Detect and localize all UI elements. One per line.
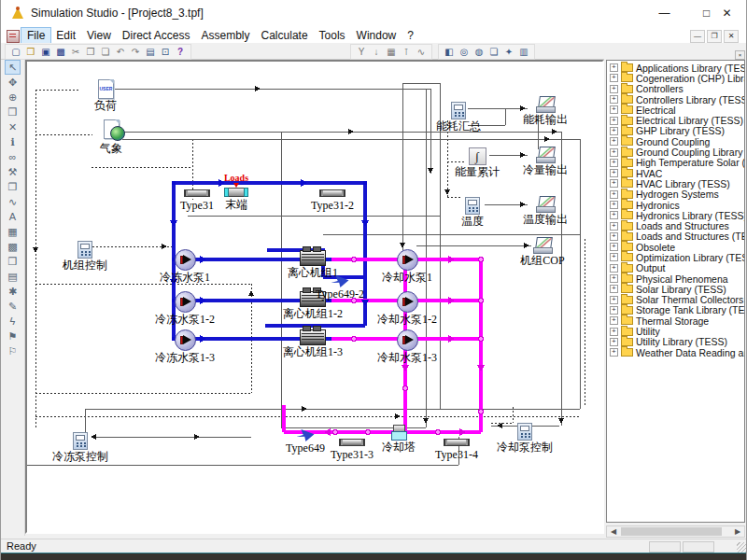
title-bar[interactable]: Simulation Studio - [Project8_3.tpf] — □… [1,0,747,29]
paste-icon[interactable]: ❏ [98,46,113,59]
library-item[interactable]: Obsolete [607,242,744,252]
expand-icon[interactable] [610,63,618,72]
menu-calculate[interactable]: Calculate [256,28,314,43]
wave-tool-icon[interactable]: ∿ [5,194,21,209]
settings-tool-icon[interactable]: ✱ [5,284,21,299]
expand-icon[interactable] [610,285,618,293]
print-icon[interactable]: ▤ [143,46,158,59]
component-temp-out[interactable]: 温度输出 [503,196,587,226]
menu-edit[interactable]: Edit [50,28,81,43]
library-item[interactable]: Weather Data Reading and Process [607,347,744,357]
panel-close-icon[interactable]: × [735,50,745,60]
save-project-icon[interactable]: ▩ [53,46,68,59]
cut-icon[interactable]: ✂ [68,46,83,59]
scrollbar-thumb[interactable] [621,527,722,536]
expand-icon[interactable] [610,338,618,346]
pan-tool-icon[interactable]: ✥ [5,75,21,90]
scroll-left-icon[interactable]: ◀ [607,526,620,537]
expand-icon[interactable] [610,316,618,325]
library-item[interactable]: Output [607,263,744,273]
menu-view[interactable]: View [81,28,117,43]
help-icon[interactable]: ? [173,46,188,59]
component-temperature[interactable]: 温度 [430,197,514,228]
expand-icon[interactable] [610,243,618,251]
refresh-icon[interactable]: ✦ [501,46,516,59]
component-cop[interactable]: 机组COP [500,237,585,267]
expand-icon[interactable] [610,222,618,231]
expand-icon[interactable] [610,306,618,315]
library-item[interactable]: Electrical [607,105,744,115]
expand-icon[interactable] [610,159,618,167]
parameter-table-icon[interactable]: ▦ [384,46,399,59]
show-control-icon[interactable]: ◎ [457,46,472,59]
component-cooling-out[interactable]: 冷量输出 [503,147,587,176]
library-item[interactable]: Hydrogen Systems [607,189,744,200]
expand-icon[interactable] [610,348,618,357]
open-icon[interactable]: ❒ [23,46,38,59]
grid-snap-tool-icon[interactable]: ▩ [5,239,21,254]
expand-icon[interactable] [610,201,618,209]
library-item[interactable]: Controllers [607,84,744,94]
library-item[interactable]: Ground Coupling Library (TESS) [607,147,744,157]
component-chw-pump2[interactable]: 冷冻水泵1-2 [143,291,227,326]
delete-tool-icon[interactable]: ✕ [5,119,21,134]
library-item[interactable]: Hydronics Library (TESS) [607,210,744,220]
expand-icon[interactable] [610,253,618,261]
library-item[interactable]: Physical Phenomena [607,273,744,284]
library-item[interactable]: Solar Library (TESS) [607,284,744,294]
calculator-icon[interactable] [517,423,532,441]
mdi-minimize-button[interactable]: — [690,30,705,43]
library-item[interactable]: Ground Coupling [607,136,744,147]
component-cw-pump2[interactable]: 冷却水泵1-2 [365,291,449,326]
cooling-tower-icon[interactable] [391,425,407,441]
terminal-unit-icon[interactable]: Loads [225,188,247,197]
write-input-icon[interactable]: ↓ [369,46,384,59]
plotter-icon[interactable] [535,147,556,163]
run-tool-icon[interactable]: ϟ [5,314,21,329]
expand-icon[interactable] [610,264,618,273]
copy-icon[interactable]: ❐ [83,46,98,59]
component-chiller3[interactable]: 离心机组1-3 [271,326,355,358]
pen-tool-icon[interactable]: ✎ [5,299,21,314]
expand-icon[interactable] [610,169,618,177]
library-item[interactable]: Hydronics [607,200,744,210]
expand-icon[interactable] [610,95,618,104]
expand-icon[interactable] [610,296,618,304]
pump-icon[interactable] [175,249,196,271]
pump-icon[interactable] [397,249,418,271]
diverter-icon[interactable] [331,275,349,287]
options-icon[interactable]: ▥ [516,46,531,59]
expand-icon[interactable] [610,211,618,219]
show-proforma-icon[interactable]: ◧ [442,46,457,59]
text-tool-icon[interactable]: A [5,209,21,224]
plotter-icon[interactable] [532,237,553,254]
weather-file-icon[interactable] [104,119,120,139]
library-item[interactable]: GHP Library (TESS) [607,126,744,136]
resize-grip[interactable] [737,542,747,553]
component-chw-control[interactable]: 冷冻泵控制 [38,432,122,463]
stamp-tool-icon[interactable]: ❐ [5,179,21,194]
library-item[interactable]: Controllers Library (TESS) [607,94,744,105]
component-terminal[interactable]: Loads 末端 [194,180,278,211]
library-tree[interactable]: Applications Library (TESS) Cogeneration… [606,60,745,523]
expand-icon[interactable] [610,190,618,199]
scroll-right-icon[interactable]: ▶ [731,526,744,537]
close-button[interactable]: ✕ [706,0,747,27]
library-item[interactable]: Cogeneration (CHP) Library (TESS) [607,73,744,83]
mdi-restore-button[interactable]: ❐ [707,30,722,43]
chiller-icon[interactable] [300,250,326,266]
expand-icon[interactable] [610,179,618,188]
expand-icon[interactable] [610,232,618,241]
component-energy-sum[interactable]: 能耗汇总 [416,102,500,133]
library-item[interactable]: Applications Library (TESS) [607,63,744,73]
trace-icon[interactable]: ∿ [414,46,429,59]
library-item[interactable]: Thermal Storage [607,315,744,326]
component-chw-pump3[interactable]: 冷冻水泵1-3 [143,329,227,364]
calculator-icon[interactable] [465,197,480,215]
component-energy-out[interactable]: 能耗输出 [503,96,587,126]
library-item[interactable]: Solar Thermal Collectors [607,295,744,305]
library-item[interactable]: Electrical Library (TESS) [607,115,744,125]
expand-icon[interactable] [610,127,618,135]
library-item[interactable]: Loads and Structures (TESS) [607,231,744,242]
expand-icon[interactable] [610,74,618,82]
